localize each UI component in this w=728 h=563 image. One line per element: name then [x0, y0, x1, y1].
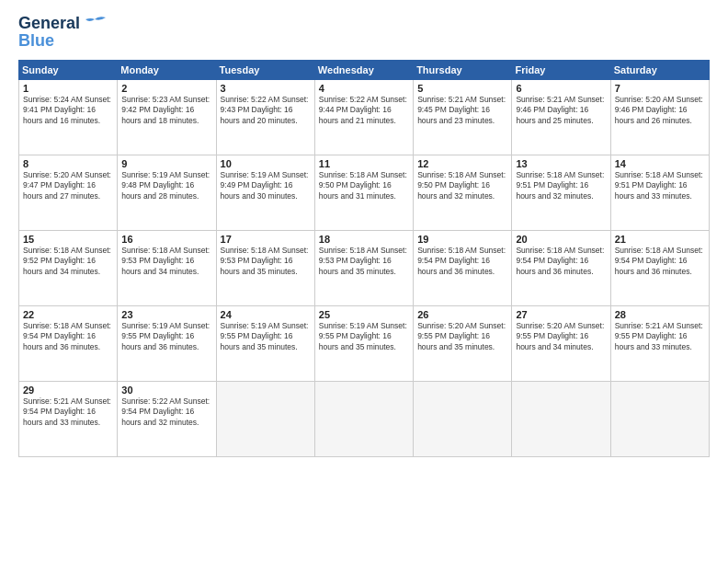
- weekday-header-tuesday: Tuesday: [216, 60, 314, 79]
- day-number: 7: [615, 83, 705, 94]
- day-cell-25: 25Sunrise: 5:19 AM Sunset: 9:55 PM Dayli…: [314, 305, 413, 381]
- day-info: Sunrise: 5:19 AM Sunset: 9:48 PM Dayligh…: [121, 170, 211, 201]
- day-info: Sunrise: 5:19 AM Sunset: 9:49 PM Dayligh…: [221, 170, 311, 201]
- day-info: Sunrise: 5:18 AM Sunset: 9:54 PM Dayligh…: [516, 246, 606, 277]
- calendar-week-5: 29Sunrise: 5:21 AM Sunset: 9:54 PM Dayli…: [19, 381, 710, 456]
- day-number: 18: [319, 234, 409, 245]
- day-cell-30: 30Sunrise: 5:22 AM Sunset: 9:54 PM Dayli…: [118, 381, 216, 456]
- day-info: Sunrise: 5:18 AM Sunset: 9:53 PM Dayligh…: [121, 246, 211, 277]
- day-number: 29: [23, 385, 113, 396]
- day-number: 8: [23, 158, 113, 169]
- day-number: 25: [319, 309, 409, 320]
- day-number: 15: [23, 234, 113, 245]
- day-cell-27: 27Sunrise: 5:20 AM Sunset: 9:55 PM Dayli…: [512, 305, 610, 381]
- day-cell-15: 15Sunrise: 5:18 AM Sunset: 9:52 PM Dayli…: [19, 230, 118, 305]
- day-info: Sunrise: 5:18 AM Sunset: 9:51 PM Dayligh…: [516, 170, 606, 201]
- day-info: Sunrise: 5:19 AM Sunset: 9:55 PM Dayligh…: [121, 321, 211, 352]
- day-cell-13: 13Sunrise: 5:18 AM Sunset: 9:51 PM Dayli…: [512, 155, 610, 230]
- day-info: Sunrise: 5:20 AM Sunset: 9:47 PM Dayligh…: [23, 170, 113, 201]
- day-cell-4: 4Sunrise: 5:22 AM Sunset: 9:44 PM Daylig…: [314, 79, 413, 155]
- day-cell-18: 18Sunrise: 5:18 AM Sunset: 9:53 PM Dayli…: [314, 230, 413, 305]
- day-cell-5: 5Sunrise: 5:21 AM Sunset: 9:45 PM Daylig…: [414, 79, 512, 155]
- weekday-header-saturday: Saturday: [610, 60, 709, 79]
- day-cell-1: 1Sunrise: 5:24 AM Sunset: 9:41 PM Daylig…: [19, 79, 118, 155]
- weekday-header-sunday: Sunday: [19, 60, 118, 79]
- weekday-header-thursday: Thursday: [414, 60, 512, 79]
- empty-cell: [216, 381, 314, 456]
- day-info: Sunrise: 5:22 AM Sunset: 9:43 PM Dayligh…: [221, 95, 311, 126]
- day-cell-17: 17Sunrise: 5:18 AM Sunset: 9:53 PM Dayli…: [216, 230, 314, 305]
- day-number: 14: [615, 158, 705, 169]
- day-cell-10: 10Sunrise: 5:19 AM Sunset: 9:49 PM Dayli…: [216, 155, 314, 230]
- logo-blue: Blue: [18, 31, 54, 51]
- day-cell-9: 9Sunrise: 5:19 AM Sunset: 9:48 PM Daylig…: [118, 155, 216, 230]
- empty-cell: [414, 381, 512, 456]
- day-number: 26: [417, 309, 507, 320]
- day-info: Sunrise: 5:19 AM Sunset: 9:55 PM Dayligh…: [221, 321, 311, 352]
- day-number: 27: [516, 309, 606, 320]
- day-cell-2: 2Sunrise: 5:23 AM Sunset: 9:42 PM Daylig…: [118, 79, 216, 155]
- day-cell-16: 16Sunrise: 5:18 AM Sunset: 9:53 PM Dayli…: [118, 230, 216, 305]
- weekday-header-monday: Monday: [118, 60, 216, 79]
- day-number: 9: [121, 158, 211, 169]
- day-cell-26: 26Sunrise: 5:20 AM Sunset: 9:55 PM Dayli…: [414, 305, 512, 381]
- page: General Blue SundayMondayTuesdayWednesda…: [0, 0, 728, 563]
- day-cell-8: 8Sunrise: 5:20 AM Sunset: 9:47 PM Daylig…: [19, 155, 118, 230]
- day-info: Sunrise: 5:21 AM Sunset: 9:54 PM Dayligh…: [23, 396, 113, 428]
- day-info: Sunrise: 5:21 AM Sunset: 9:55 PM Dayligh…: [615, 321, 705, 352]
- day-cell-23: 23Sunrise: 5:19 AM Sunset: 9:55 PM Dayli…: [118, 305, 216, 381]
- day-cell-24: 24Sunrise: 5:19 AM Sunset: 9:55 PM Dayli…: [216, 305, 314, 381]
- day-cell-19: 19Sunrise: 5:18 AM Sunset: 9:54 PM Dayli…: [414, 230, 512, 305]
- day-info: Sunrise: 5:22 AM Sunset: 9:44 PM Dayligh…: [319, 95, 409, 126]
- day-number: 13: [516, 158, 606, 169]
- calendar-week-1: 1Sunrise: 5:24 AM Sunset: 9:41 PM Daylig…: [19, 79, 710, 155]
- day-info: Sunrise: 5:19 AM Sunset: 9:55 PM Dayligh…: [319, 321, 409, 352]
- day-number: 22: [23, 309, 113, 320]
- empty-cell: [314, 381, 413, 456]
- empty-cell: [512, 381, 610, 456]
- day-number: 3: [221, 83, 311, 94]
- day-number: 12: [417, 158, 507, 169]
- day-cell-28: 28Sunrise: 5:21 AM Sunset: 9:55 PM Dayli…: [610, 305, 709, 381]
- day-cell-29: 29Sunrise: 5:21 AM Sunset: 9:54 PM Dayli…: [19, 381, 118, 456]
- day-number: 24: [221, 309, 311, 320]
- logo: General Blue: [18, 15, 108, 51]
- day-cell-3: 3Sunrise: 5:22 AM Sunset: 9:43 PM Daylig…: [216, 79, 314, 155]
- day-info: Sunrise: 5:18 AM Sunset: 9:54 PM Dayligh…: [615, 246, 705, 277]
- day-number: 21: [615, 234, 705, 245]
- day-info: Sunrise: 5:20 AM Sunset: 9:55 PM Dayligh…: [516, 321, 606, 352]
- day-info: Sunrise: 5:22 AM Sunset: 9:54 PM Dayligh…: [121, 396, 211, 428]
- header: General Blue: [18, 15, 710, 51]
- day-number: 2: [121, 83, 211, 94]
- day-info: Sunrise: 5:18 AM Sunset: 9:54 PM Dayligh…: [417, 246, 507, 277]
- day-number: 28: [615, 309, 705, 320]
- day-cell-6: 6Sunrise: 5:21 AM Sunset: 9:46 PM Daylig…: [512, 79, 610, 155]
- day-number: 16: [121, 234, 211, 245]
- day-cell-12: 12Sunrise: 5:18 AM Sunset: 9:50 PM Dayli…: [414, 155, 512, 230]
- day-info: Sunrise: 5:20 AM Sunset: 9:55 PM Dayligh…: [417, 321, 507, 352]
- calendar-week-3: 15Sunrise: 5:18 AM Sunset: 9:52 PM Dayli…: [19, 230, 710, 305]
- day-number: 19: [417, 234, 507, 245]
- day-info: Sunrise: 5:21 AM Sunset: 9:46 PM Dayligh…: [516, 95, 606, 126]
- day-number: 23: [121, 309, 211, 320]
- day-number: 6: [516, 83, 606, 94]
- weekday-header-row: SundayMondayTuesdayWednesdayThursdayFrid…: [19, 60, 710, 79]
- weekday-header-friday: Friday: [512, 60, 610, 79]
- day-cell-20: 20Sunrise: 5:18 AM Sunset: 9:54 PM Dayli…: [512, 230, 610, 305]
- day-info: Sunrise: 5:18 AM Sunset: 9:51 PM Dayligh…: [615, 170, 705, 201]
- day-info: Sunrise: 5:21 AM Sunset: 9:45 PM Dayligh…: [417, 95, 507, 126]
- day-cell-11: 11Sunrise: 5:18 AM Sunset: 9:50 PM Dayli…: [314, 155, 413, 230]
- logo-bird-icon: [82, 16, 108, 32]
- day-info: Sunrise: 5:20 AM Sunset: 9:46 PM Dayligh…: [615, 95, 705, 126]
- empty-cell: [610, 381, 709, 456]
- day-number: 10: [221, 158, 311, 169]
- day-number: 30: [121, 385, 211, 396]
- day-cell-14: 14Sunrise: 5:18 AM Sunset: 9:51 PM Dayli…: [610, 155, 709, 230]
- day-info: Sunrise: 5:18 AM Sunset: 9:53 PM Dayligh…: [319, 246, 409, 277]
- day-number: 17: [221, 234, 311, 245]
- calendar-week-4: 22Sunrise: 5:18 AM Sunset: 9:54 PM Dayli…: [19, 305, 710, 381]
- day-cell-21: 21Sunrise: 5:18 AM Sunset: 9:54 PM Dayli…: [610, 230, 709, 305]
- day-number: 11: [319, 158, 409, 169]
- day-number: 5: [417, 83, 507, 94]
- day-info: Sunrise: 5:18 AM Sunset: 9:52 PM Dayligh…: [23, 246, 113, 277]
